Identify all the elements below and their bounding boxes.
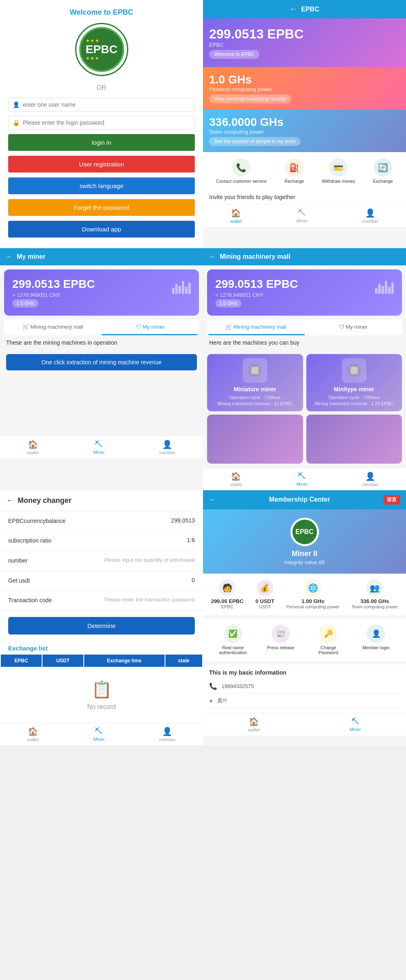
- nav-wallet-member[interactable]: 🏠 wallet: [248, 717, 259, 732]
- value-subscription-ratio: 1:6: [187, 537, 195, 543]
- stats-row: 🧑 299.05 EPBC EPBC 💰 0 USDT USDT 🌐 1.00 …: [203, 574, 406, 615]
- change-password-item[interactable]: 🔑 Change Password: [314, 625, 343, 655]
- register-button[interactable]: User registration: [8, 156, 195, 173]
- real-name-auth-item[interactable]: ✅ Real name authentication: [219, 625, 247, 655]
- recharge-icon: ⛽: [285, 158, 303, 177]
- back-arrow-miner[interactable]: ←: [6, 253, 13, 260]
- stat-epbc-label: EPBC: [221, 604, 233, 609]
- nav-member-miner[interactable]: 👤 member: [159, 440, 176, 455]
- machine1-desc: Operation cycle : 720hourMining machiner…: [211, 395, 299, 407]
- nav-miner-member[interactable]: ⛏ Miner: [350, 717, 361, 732]
- nav-member-label: member: [362, 219, 379, 224]
- form-row-2: subscription ratio 1:6: [0, 531, 203, 551]
- machine-card-3[interactable]: [207, 415, 303, 464]
- bar6: [188, 283, 191, 294]
- personal-power-link[interactable]: View personel computing records: [209, 94, 291, 103]
- nav-wallet-exchanger-label: wallet: [27, 737, 39, 742]
- machine-card-1[interactable]: Miniature miner Operation cycle : 720hou…: [207, 354, 303, 411]
- label-epbc-balance: EPBCcurrencybalance: [8, 517, 66, 525]
- exchange-table: EPBC USDT Exchange time state: [0, 654, 203, 668]
- exchange-list-title: Exchange list: [0, 641, 203, 654]
- real-name-auth-icon: ✅: [224, 625, 242, 643]
- back-arrow-member[interactable]: ←: [209, 496, 216, 503]
- nav-miner-exchanger[interactable]: ⛏ Miner: [94, 727, 105, 742]
- tab-mining-mall-label: Mining machinery mall: [30, 324, 83, 330]
- team-power-link[interactable]: See the number of people in my team: [209, 137, 301, 146]
- real-name-auth-label: Real name authentication: [219, 645, 247, 655]
- nav-member[interactable]: 👤 member: [362, 208, 379, 224]
- miner-bar-chart: [172, 278, 191, 294]
- nav-miner[interactable]: ⛏ Miner: [297, 208, 308, 224]
- back-arrow-exchanger[interactable]: ←: [6, 496, 13, 505]
- miner-badge: 1.0 GHs: [12, 299, 38, 307]
- shopping-cart-icon: 🛒: [22, 324, 29, 330]
- forget-password-button[interactable]: Forget the password: [8, 199, 195, 216]
- mall-bar-chart: [375, 278, 394, 294]
- wallet-icon-miner: 🏠: [28, 440, 38, 449]
- mall-section-text: Here are the machines you can buy: [203, 335, 406, 350]
- placeholder-transaction[interactable]: Please enter the transaction password: [105, 597, 195, 603]
- exchange-item[interactable]: 🔄 Exchange: [373, 158, 393, 184]
- placeholder-number[interactable]: Please input the quantity of withdrawal: [104, 557, 195, 563]
- nav-member-exchanger[interactable]: 👤 member: [159, 727, 176, 742]
- press-release-icon: 📰: [272, 625, 290, 643]
- tab-my-miner-label: My miner: [143, 324, 164, 330]
- member-banner: EPBC Miner II Integrity value 88: [203, 509, 406, 574]
- info-row-phone: 📞 19894332575: [209, 679, 400, 694]
- press-release-item[interactable]: 📰 Press release: [266, 625, 295, 655]
- tab-mining-mall[interactable]: 🛒 Mining machinery mall: [4, 320, 102, 335]
- mall-balance-card: 299.0513 EPBC = 1276.949051 CNY 1.0 GHs: [207, 269, 402, 316]
- withdraw-icon: 💳: [329, 158, 348, 177]
- form-row-3: number Please input the quantity of with…: [0, 551, 203, 571]
- nav-wallet[interactable]: 🏠 wallet: [230, 208, 242, 224]
- value-get-usdt: 0: [192, 577, 195, 583]
- withdraw-label: Withdraw money: [322, 179, 355, 184]
- username-input[interactable]: [23, 101, 190, 108]
- nav-wallet-exchanger[interactable]: 🏠 wallet: [27, 727, 39, 742]
- nav-member-mall-label: member: [362, 482, 379, 487]
- member-logo-inner: EPBC: [292, 520, 317, 544]
- label-transaction-code: Transaction code: [8, 597, 52, 605]
- nav-miner-miner-label: Miner: [94, 450, 105, 455]
- extract-btn[interactable]: One click extraction of mining machine r…: [6, 354, 197, 370]
- nav-wallet-mall[interactable]: 🏠 wallet: [230, 471, 242, 487]
- back-arrow-icon[interactable]: ←: [290, 5, 297, 13]
- exchange-label: Exchange: [373, 179, 393, 184]
- determine-button[interactable]: Determine: [8, 617, 195, 635]
- switch-language-button[interactable]: switch language: [8, 177, 195, 194]
- nav-miner-mall-label: Miner: [297, 482, 308, 487]
- withdraw-item[interactable]: 💳 Withdraw money: [322, 158, 355, 184]
- nav-wallet-miner[interactable]: 🏠 wallet: [27, 440, 39, 455]
- back-arrow-mall[interactable]: ←: [209, 253, 216, 260]
- tab-myminer-mall-label: My miner: [346, 324, 367, 330]
- machine-card-4[interactable]: [306, 415, 402, 464]
- password-input[interactable]: [23, 119, 190, 126]
- welcome-tag[interactable]: Welcome to EPBC: [209, 50, 259, 59]
- nav-miner-mall[interactable]: ⛏ Miner: [297, 471, 308, 487]
- language-button[interactable]: 语言: [384, 495, 400, 505]
- exchanger-panel: ← Money changer EPBCcurrencybalance 299.…: [0, 490, 203, 745]
- nav-member-miner-label: member: [159, 450, 176, 455]
- member-login-item[interactable]: 👤 Member login: [362, 625, 390, 655]
- nav-wallet-miner-label: wallet: [27, 450, 39, 455]
- basic-info-section: This is my basic information 📞 198943325…: [203, 664, 406, 713]
- login-button[interactable]: login in: [8, 134, 195, 151]
- nav-miner-member-label: Miner: [350, 727, 361, 732]
- bottom-nav: 🏠 wallet ⛏ Miner 👤 member: [203, 204, 406, 227]
- label-get-usdt: Get usdt: [8, 577, 30, 585]
- tab-myminer-mall[interactable]: 🛡 My miner: [305, 320, 402, 335]
- balance-sub: EPBC: [209, 42, 400, 48]
- contact-service-item[interactable]: 📞 Contact customer service: [216, 158, 267, 184]
- download-app-button[interactable]: Download app: [8, 221, 195, 238]
- tab-mall-active[interactable]: 🛒 Mining machinery mall: [207, 320, 305, 335]
- tab-my-miner[interactable]: 🛡 My miner: [102, 320, 199, 335]
- nav-member-mall[interactable]: 👤 member: [362, 471, 379, 487]
- nav-miner-miner[interactable]: ⛏ Miner: [94, 440, 105, 455]
- member-icon-exchanger: 👤: [162, 727, 172, 736]
- stat-usdt-val: 0 USDT: [255, 598, 274, 604]
- recharge-item[interactable]: ⛽ Recharge: [284, 158, 304, 184]
- epbc-logo: ★ ★ ★ EPBC ★ ★ ★: [75, 23, 128, 76]
- machine-card-2[interactable]: Minitype miner Operation cycle : 720hour…: [306, 354, 402, 411]
- svg-rect-1: [252, 367, 258, 374]
- nav-wallet-label: wallet: [230, 219, 242, 224]
